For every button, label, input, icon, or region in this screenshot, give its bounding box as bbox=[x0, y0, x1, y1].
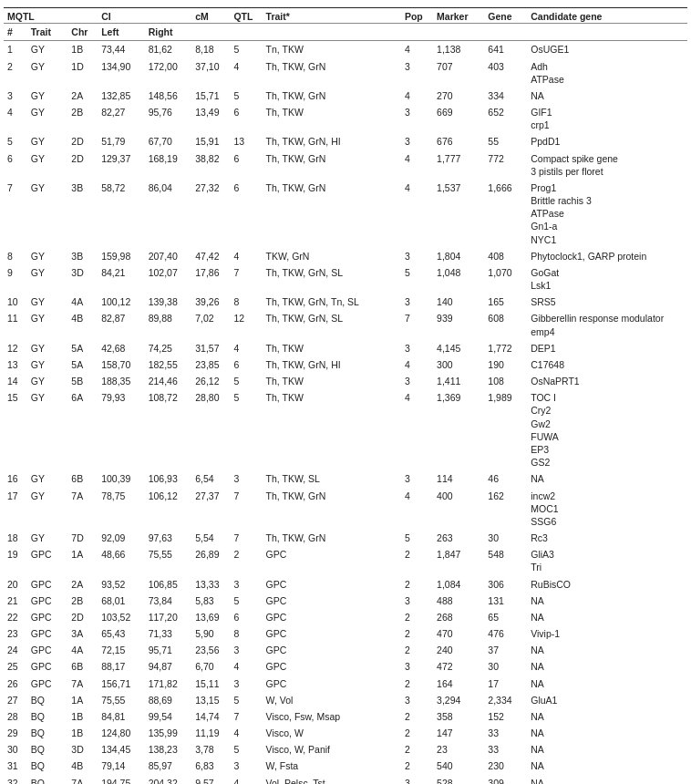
cell-chr: 7A bbox=[67, 676, 98, 692]
cell-pop: 2 bbox=[401, 546, 433, 575]
cell-cm: 6,83 bbox=[191, 758, 230, 774]
col-pop-subheader bbox=[401, 24, 433, 41]
cell-gene: 37 bbox=[484, 642, 527, 658]
cell-marker: 270 bbox=[433, 88, 484, 104]
cell-cm: 13,49 bbox=[191, 104, 230, 133]
cell-chr: 2A bbox=[67, 88, 98, 104]
cell-trait: BQ bbox=[27, 725, 68, 741]
table-row: 30 BQ 3D 134,45 138,23 3,78 5 Visco, W, … bbox=[4, 741, 687, 758]
cell-left: 42,68 bbox=[98, 340, 145, 356]
cell-marker: 1,048 bbox=[433, 264, 484, 294]
qtl-header: QTL bbox=[230, 8, 262, 24]
cell-qtl: 6 bbox=[230, 609, 262, 625]
cell-qtl: 5 bbox=[230, 88, 262, 104]
cell-trait-star: Th, TKW, GrN, HI bbox=[263, 133, 401, 150]
cell-candidate: NA bbox=[527, 593, 687, 609]
cell-cm: 15,11 bbox=[191, 676, 230, 692]
cell-trait-star: Th, TKW, GrN, HI bbox=[263, 356, 401, 373]
cell-trait: GY bbox=[27, 340, 68, 356]
cell-marker: 472 bbox=[433, 658, 484, 675]
cell-qtl: 4 bbox=[230, 248, 262, 264]
cell-trait-star: Th, TKW, GrN, SL bbox=[263, 310, 401, 339]
cell-qtl: 5 bbox=[230, 373, 262, 389]
cell-cm: 7,02 bbox=[191, 310, 230, 339]
cell-num: 8 bbox=[4, 248, 27, 264]
cell-left: 134,45 bbox=[98, 741, 145, 758]
cell-num: 20 bbox=[4, 576, 27, 593]
cell-candidate: AdhATPase bbox=[527, 58, 687, 88]
cell-trait: BQ bbox=[27, 708, 68, 725]
cell-trait-star: GPC bbox=[263, 593, 401, 609]
table-row: 3 GY 2A 132,85 148,56 15,71 5 Th, TKW, G… bbox=[4, 88, 687, 104]
cell-trait: GPC bbox=[27, 642, 68, 658]
cell-candidate: GluA1 bbox=[527, 692, 687, 708]
cell-qtl: 7 bbox=[230, 708, 262, 725]
cell-num: 16 bbox=[4, 470, 27, 487]
cell-pop: 7 bbox=[401, 310, 433, 339]
marker-header: Marker bbox=[433, 8, 484, 24]
cell-left: 82,87 bbox=[98, 310, 145, 339]
cell-chr: 5B bbox=[67, 373, 98, 389]
cell-gene: 17 bbox=[484, 676, 527, 692]
cell-chr: 1A bbox=[67, 692, 98, 708]
cell-cm: 13,69 bbox=[191, 609, 230, 625]
cell-chr: 1B bbox=[67, 725, 98, 741]
cell-marker: 1,138 bbox=[433, 41, 484, 58]
cell-gene: 306 bbox=[484, 576, 527, 593]
cell-marker: 939 bbox=[433, 310, 484, 339]
cell-qtl: 3 bbox=[230, 758, 262, 774]
cell-candidate: GIF1crp1 bbox=[527, 104, 687, 133]
cell-marker: 470 bbox=[433, 625, 484, 642]
cell-candidate: DEP1 bbox=[527, 340, 687, 356]
mqtl-header: MQTL bbox=[4, 8, 98, 24]
cell-pop: 2 bbox=[401, 708, 433, 725]
cell-pop: 2 bbox=[401, 576, 433, 593]
cell-cm: 11,19 bbox=[191, 725, 230, 741]
cell-cm: 47,42 bbox=[191, 248, 230, 264]
cell-candidate: Gibberellin response modulatoremp4 bbox=[527, 310, 687, 339]
cell-marker: 140 bbox=[433, 294, 484, 310]
cell-num: 25 bbox=[4, 658, 27, 675]
table-row: 29 BQ 1B 124,80 135,99 11,19 4 Visco, W … bbox=[4, 725, 687, 741]
cell-trait-star: Visco, W, Panif bbox=[263, 741, 401, 758]
cell-right: 172,00 bbox=[145, 58, 192, 88]
cell-num: 10 bbox=[4, 294, 27, 310]
cell-chr: 3B bbox=[67, 248, 98, 264]
cell-chr: 6B bbox=[67, 658, 98, 675]
cell-chr: 3D bbox=[67, 741, 98, 758]
cell-cm: 31,57 bbox=[191, 340, 230, 356]
cell-cm: 23,56 bbox=[191, 642, 230, 658]
cell-trait-star: Th, TKW, GrN, SL bbox=[263, 264, 401, 294]
cell-num: 28 bbox=[4, 708, 27, 725]
cell-left: 92,09 bbox=[98, 530, 145, 546]
cell-pop: 4 bbox=[401, 389, 433, 470]
cell-chr: 2D bbox=[67, 150, 98, 180]
table-row: 19 GPC 1A 48,66 75,55 26,89 2 GPC 2 1,84… bbox=[4, 546, 687, 575]
cell-gene: 2,334 bbox=[484, 692, 527, 708]
cell-num: 13 bbox=[4, 356, 27, 373]
cell-candidate: NA bbox=[527, 88, 687, 104]
cell-qtl: 8 bbox=[230, 294, 262, 310]
col-cm-subheader bbox=[191, 24, 230, 41]
cell-trait-star: GPC bbox=[263, 625, 401, 642]
cell-marker: 164 bbox=[433, 676, 484, 692]
cell-num: 4 bbox=[4, 104, 27, 133]
cell-chr: 7A bbox=[67, 488, 98, 531]
col-marker-subheader bbox=[433, 24, 484, 41]
cell-candidate: Rc3 bbox=[527, 530, 687, 546]
cell-trait-star: Th, TKW, GrN bbox=[263, 180, 401, 248]
cell-left: 48,66 bbox=[98, 546, 145, 575]
cell-pop: 3 bbox=[401, 58, 433, 88]
cell-left: 159,98 bbox=[98, 248, 145, 264]
cell-candidate: OsNaPRT1 bbox=[527, 373, 687, 389]
cell-pop: 2 bbox=[401, 642, 433, 658]
cell-trait-star: Vol, Pelsc, Tst bbox=[263, 775, 401, 784]
cell-chr: 4B bbox=[67, 758, 98, 774]
cell-trait-star: Th, TKW, GrN bbox=[263, 58, 401, 88]
cell-gene: 108 bbox=[484, 373, 527, 389]
cell-cm: 15,71 bbox=[191, 88, 230, 104]
cell-trait: GY bbox=[27, 248, 68, 264]
cell-right: 88,69 bbox=[145, 692, 192, 708]
table-row: 11 GY 4B 82,87 89,88 7,02 12 Th, TKW, Gr… bbox=[4, 310, 687, 339]
cell-right: 89,88 bbox=[145, 310, 192, 339]
